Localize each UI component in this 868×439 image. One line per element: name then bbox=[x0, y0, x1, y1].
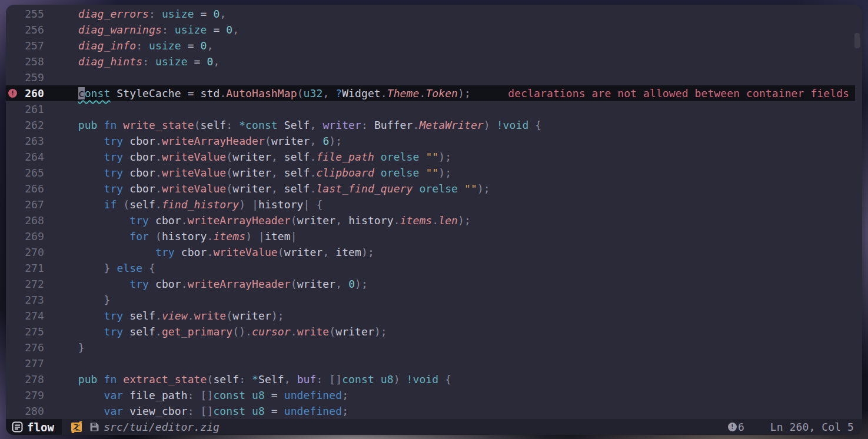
line-text: const StyleCache = std.AutoHashMap(u32, … bbox=[52, 85, 471, 101]
code-line[interactable]: 270 try cbor.writeValue(writer, item); bbox=[6, 244, 862, 260]
code-line[interactable]: 262 pub fn write_state(self: *const Self… bbox=[6, 117, 862, 133]
line-number: 279 bbox=[6, 387, 44, 403]
line-number: 276 bbox=[6, 340, 44, 355]
line-number: 277 bbox=[6, 355, 44, 371]
line-text: var file_path: []const u8 = undefined; bbox=[52, 387, 348, 403]
line-text: } bbox=[52, 340, 85, 355]
line-text: try self.view.write(writer); bbox=[52, 308, 284, 324]
line-text: try cbor.writeArrayHeader(writer, histor… bbox=[52, 212, 471, 228]
line-number: 255 bbox=[6, 6, 44, 22]
line-number: 274 bbox=[6, 308, 44, 324]
code-line[interactable]: 259 bbox=[6, 69, 862, 85]
line-number: 263 bbox=[6, 133, 44, 149]
diagnostics-icon[interactable]: ! bbox=[728, 423, 737, 431]
line-text: for (history.items) |item| bbox=[52, 228, 297, 244]
flow-menu-button[interactable]: flow bbox=[6, 419, 62, 435]
code-line[interactable]: 267 if (self.find_history) |history| { bbox=[6, 197, 862, 212]
line-text: } else { bbox=[52, 260, 155, 276]
line-text: diag_errors: usize = 0, bbox=[52, 6, 226, 22]
line-text: var view_cbor: []const u8 = undefined; bbox=[52, 403, 348, 419]
line-text: try self.get_primary().cursor.write(writ… bbox=[52, 324, 387, 340]
document-lines-icon bbox=[12, 421, 23, 433]
line-number: 256 bbox=[6, 22, 44, 38]
code-line[interactable]: 261 bbox=[6, 101, 862, 117]
app-name: flow bbox=[27, 421, 54, 434]
code-line[interactable]: 278 pub fn extract_state(self: *Self, bu… bbox=[6, 371, 862, 387]
code-line[interactable]: 280 var view_cbor: []const u8 = undefine… bbox=[6, 403, 862, 419]
diagnostics-count[interactable]: 6 bbox=[738, 421, 744, 433]
line-text: try cbor.writeArrayHeader(writer, 6); bbox=[52, 133, 342, 149]
text-cursor: c bbox=[78, 87, 85, 99]
line-text: diag_warnings: usize = 0, bbox=[52, 22, 239, 38]
code-line[interactable]: 264 try cbor.writeValue(writer, self.fil… bbox=[6, 149, 862, 165]
scrollbar-thumb[interactable] bbox=[854, 33, 860, 48]
line-number: 259 bbox=[6, 69, 44, 85]
line-text: try cbor.writeValue(writer, self.last_fi… bbox=[52, 181, 490, 197]
code-line[interactable]: 269 for (history.items) |item| bbox=[6, 228, 862, 244]
code-line[interactable]: 266 try cbor.writeValue(writer, self.las… bbox=[6, 181, 862, 197]
line-number: 268 bbox=[6, 212, 44, 228]
line-text: try cbor.writeValue(writer, item); bbox=[52, 244, 374, 260]
line-text: if (self.find_history) |history| { bbox=[52, 197, 322, 212]
line-number: 267 bbox=[6, 197, 44, 212]
status-bar: flow src/tui/editor.zig bbox=[6, 419, 862, 435]
line-text: try cbor.writeValue(writer, self.clipboa… bbox=[52, 165, 451, 181]
line-text: pub fn write_state(self: *const Self, wr… bbox=[52, 117, 541, 133]
code-line[interactable]: 272 try cbor.writeArrayHeader(writer, 0)… bbox=[6, 276, 862, 292]
code-area[interactable]: 255 diag_errors: usize = 0,256 diag_warn… bbox=[6, 5, 862, 419]
line-number: 258 bbox=[6, 54, 44, 69]
line-text: } bbox=[52, 292, 110, 308]
line-text: try cbor.writeValue(writer, self.file_pa… bbox=[52, 149, 451, 165]
line-number: 280 bbox=[6, 403, 44, 419]
code-line[interactable]: 256 diag_warnings: usize = 0, bbox=[6, 22, 862, 38]
code-line[interactable]: !260 const StyleCache = std.AutoHashMap(… bbox=[6, 85, 855, 101]
line-number: 269 bbox=[6, 228, 44, 244]
code-line[interactable]: 257 diag_info: usize = 0, bbox=[6, 38, 862, 54]
line-number: 275 bbox=[6, 324, 44, 340]
line-number: 271 bbox=[6, 260, 44, 276]
code-line[interactable]: 265 try cbor.writeValue(writer, self.cli… bbox=[6, 165, 862, 181]
line-number: 262 bbox=[6, 117, 44, 133]
line-text: diag_hints: usize = 0, bbox=[52, 54, 220, 69]
line-number: 257 bbox=[6, 38, 44, 54]
statusbar-right: ! 6 Ln 260, Col 5 bbox=[728, 421, 862, 433]
line-number: 278 bbox=[6, 371, 44, 387]
editor-window: 255 diag_errors: usize = 0,256 diag_warn… bbox=[6, 5, 862, 435]
line-number: 270 bbox=[6, 244, 44, 260]
code-line[interactable]: 275 try self.get_primary().cursor.write(… bbox=[6, 324, 862, 340]
code-lines: 255 diag_errors: usize = 0,256 diag_warn… bbox=[6, 6, 862, 419]
line-number: 261 bbox=[6, 101, 44, 117]
line-text: pub fn extract_state(self: *Self, buf: [… bbox=[52, 371, 451, 387]
line-number: 272 bbox=[6, 276, 44, 292]
code-line[interactable]: 255 diag_errors: usize = 0, bbox=[6, 6, 862, 22]
code-line[interactable]: 273 } bbox=[6, 292, 862, 308]
code-line[interactable]: 258 diag_hints: usize = 0, bbox=[6, 54, 862, 69]
line-number: 273 bbox=[6, 292, 44, 308]
code-line[interactable]: 263 try cbor.writeArrayHeader(writer, 6)… bbox=[6, 133, 862, 149]
file-path[interactable]: src/tui/editor.zig bbox=[104, 421, 220, 433]
cursor-position[interactable]: Ln 260, Col 5 bbox=[770, 421, 854, 433]
line-text: diag_info: usize = 0, bbox=[52, 38, 213, 54]
line-text: try cbor.writeArrayHeader(writer, 0); bbox=[52, 276, 368, 292]
error-badge-icon: ! bbox=[8, 89, 17, 98]
code-line[interactable]: 279 var file_path: []const u8 = undefine… bbox=[6, 387, 862, 403]
code-line[interactable]: 276 } bbox=[6, 340, 862, 355]
code-line[interactable]: 271 } else { bbox=[6, 260, 862, 276]
inline-diagnostic-message: declarations are not allowed between con… bbox=[508, 85, 855, 101]
line-number: 266 bbox=[6, 181, 44, 197]
code-line[interactable]: 274 try self.view.write(writer); bbox=[6, 308, 862, 324]
code-line[interactable]: 268 try cbor.writeArrayHeader(writer, hi… bbox=[6, 212, 862, 228]
code-line[interactable]: 277 bbox=[6, 355, 862, 371]
line-number: 265 bbox=[6, 165, 44, 181]
save-icon bbox=[89, 422, 99, 432]
line-number: 264 bbox=[6, 149, 44, 165]
zig-logo-icon bbox=[70, 421, 84, 433]
